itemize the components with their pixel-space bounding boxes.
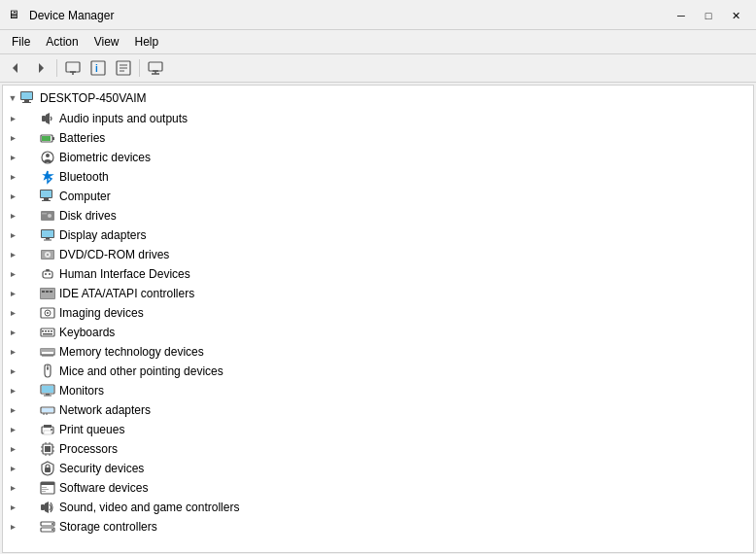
node-label: Sound, video and game controllers [59, 501, 239, 514]
tree-item[interactable]: IDE ATA/ATAPI controllers [3, 284, 753, 303]
audio-icon [40, 111, 55, 126]
tree-item[interactable]: Imaging devices [3, 303, 753, 323]
toolbar: i [0, 54, 756, 83]
svg-rect-64 [41, 329, 54, 336]
tree-item[interactable]: Computer [3, 187, 753, 206]
display-icon [40, 227, 55, 243]
expand-icon[interactable] [5, 461, 20, 476]
expand-icon[interactable] [5, 189, 20, 204]
back-button[interactable] [4, 57, 27, 79]
node-label: Print queues [59, 423, 124, 436]
svg-marker-92 [11, 428, 16, 433]
tree-root: ▼ DESKTOP-450VAIM Audio inputs and outpu… [3, 87, 753, 537]
expand-icon[interactable] [5, 480, 20, 496]
expand-icon[interactable] [5, 169, 20, 185]
expand-icon[interactable] [5, 519, 20, 535]
expand-icon[interactable] [5, 344, 20, 360]
close-button[interactable]: ✕ [723, 6, 748, 25]
expand-icon[interactable] [5, 422, 20, 437]
expand-icon[interactable] [5, 208, 20, 224]
expand-icon[interactable] [5, 305, 20, 321]
node-label: Memory technology devices [59, 345, 204, 359]
svg-rect-58 [50, 291, 52, 293]
tree-item[interactable]: Mice and other pointing devices [3, 362, 753, 381]
title-bar: 🖥 Device Manager ─ □ ✕ [0, 0, 756, 30]
window-title: Device Manager [29, 9, 114, 22]
maximize-button[interactable]: □ [696, 6, 721, 25]
svg-rect-2 [66, 62, 80, 72]
tree-item[interactable]: Software devices [3, 478, 753, 498]
expand-icon[interactable] [5, 402, 20, 418]
menu-action[interactable]: Action [38, 32, 86, 52]
tree-item[interactable]: Disk drives [3, 206, 753, 225]
root-expand[interactable]: ▼ [5, 90, 20, 106]
svg-rect-31 [41, 190, 52, 197]
toolbar-separator-2 [139, 59, 140, 77]
tree-item[interactable]: Audio inputs and outputs [3, 109, 753, 128]
expand-icon[interactable] [5, 364, 20, 379]
node-label: Processors [59, 442, 118, 456]
svg-rect-89 [42, 408, 53, 412]
tree-item[interactable]: Bluetooth [3, 167, 753, 187]
computer-icon [40, 189, 55, 204]
properties-button[interactable]: i [86, 57, 110, 79]
svg-rect-49 [43, 271, 52, 278]
expand-icon[interactable] [5, 150, 20, 165]
device-tree[interactable]: ▼ DESKTOP-450VAIM Audio inputs and outpu… [3, 86, 753, 552]
tree-item[interactable]: Batteries [3, 128, 753, 148]
svg-rect-37 [42, 213, 47, 215]
minimize-button[interactable]: ─ [669, 6, 694, 25]
tree-item[interactable]: Sound, video and game controllers [3, 498, 753, 517]
svg-rect-95 [44, 431, 52, 434]
svg-marker-82 [11, 389, 16, 394]
expand-icon[interactable] [5, 266, 20, 282]
menu-file[interactable]: File [4, 32, 38, 52]
svg-marker-117 [11, 505, 16, 510]
menu-view[interactable]: View [86, 32, 127, 52]
tree-item[interactable]: Processors [3, 439, 753, 459]
expand-icon[interactable] [5, 111, 20, 126]
svg-marker-21 [11, 136, 16, 141]
update-button[interactable] [112, 57, 135, 79]
tree-item[interactable]: Biometric devices [3, 148, 753, 167]
expand-icon[interactable] [5, 325, 20, 340]
tree-item[interactable]: Print queues [3, 420, 753, 439]
svg-rect-68 [51, 330, 52, 332]
tree-item[interactable]: Display adapters [3, 225, 753, 245]
expand-icon[interactable] [5, 500, 20, 515]
tree-item[interactable]: Network adapters [3, 400, 753, 420]
svg-rect-67 [48, 330, 50, 332]
computer-button[interactable] [144, 57, 167, 79]
menu-bar: File Action View Help [0, 30, 756, 54]
expand-icon[interactable] [5, 383, 20, 398]
menu-help[interactable]: Help [127, 32, 167, 52]
forward-button[interactable] [29, 57, 52, 79]
tree-item[interactable]: Security devices [3, 459, 753, 478]
svg-point-36 [48, 214, 52, 218]
root-node[interactable]: ▼ DESKTOP-450VAIM [3, 87, 753, 109]
tree-item[interactable]: Memory technology devices [3, 342, 753, 362]
root-label: DESKTOP-450VAIM [40, 91, 147, 105]
svg-rect-18 [22, 102, 31, 103]
svg-marker-59 [11, 311, 16, 316]
expand-icon[interactable] [5, 286, 20, 301]
node-label: Security devices [59, 462, 144, 475]
memory-icon [40, 344, 55, 360]
tree-item[interactable]: Human Interface Devices [3, 264, 753, 284]
expand-icon[interactable] [5, 247, 20, 262]
expand-icon[interactable] [5, 130, 20, 146]
main-panel: ▼ DESKTOP-450VAIM Audio inputs and outpu… [2, 85, 754, 553]
svg-point-62 [47, 312, 49, 314]
svg-rect-118 [41, 504, 45, 510]
tree-item[interactable]: Storage controllers [3, 517, 753, 537]
tree-item[interactable]: Monitors [3, 381, 753, 400]
node-label: Audio inputs and outputs [59, 112, 188, 125]
expand-icon[interactable] [5, 227, 20, 243]
tree-item[interactable]: Keyboards [3, 323, 753, 342]
svg-rect-84 [42, 386, 53, 393]
svg-point-47 [47, 254, 49, 256]
show-devices-button[interactable] [61, 57, 85, 79]
expand-icon[interactable] [5, 441, 20, 457]
mouse-icon [40, 364, 55, 379]
tree-item[interactable]: DVD/CD-ROM drives [3, 245, 753, 264]
